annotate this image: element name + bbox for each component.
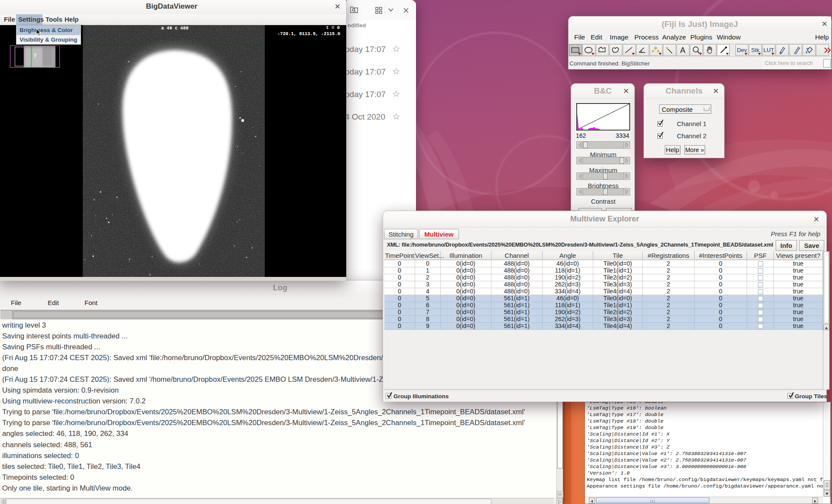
svg-text:LUT: LUT [764,47,774,53]
svg-text:Dev: Dev [737,47,747,53]
svg-text:y: y [34,52,37,58]
svg-text:-720.1, 8113.5, -2115.0: -720.1, 8113.5, -2115.0 [277,31,340,36]
svg-text:A: A [680,46,685,55]
svg-text:t = 0: t = 0 [326,25,340,30]
svg-text:Stk: Stk [751,47,760,53]
svg-text:a 46 c 488: a 46 c 488 [161,26,188,31]
